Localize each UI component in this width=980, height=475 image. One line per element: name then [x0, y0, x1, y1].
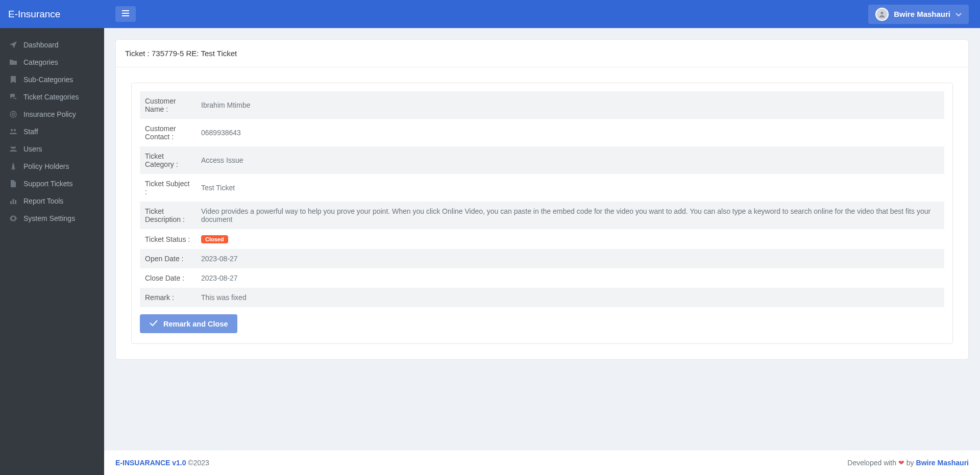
user-menu[interactable]: Bwire Mashauri: [868, 5, 969, 24]
person-icon: [9, 162, 17, 170]
ticket-details-panel: Customer Name :Ibrahim MtimbeCustomer Co…: [131, 83, 953, 344]
sidebar-item-users[interactable]: Users: [0, 140, 104, 158]
svg-point-7: [13, 163, 14, 165]
check-icon: [149, 319, 158, 328]
ticket-table: Customer Name :Ibrahim MtimbeCustomer Co…: [140, 91, 944, 307]
row-value: This was fixed: [196, 288, 944, 307]
table-row: Remark :This was fixed: [140, 288, 944, 307]
row-value: Access Issue: [196, 146, 944, 174]
footer-brand-link[interactable]: E-INSUARANCE v1.0: [115, 459, 186, 467]
sidebar-item-label: Insurance Policy: [23, 110, 76, 118]
table-row: Ticket Category :Access Issue: [140, 146, 944, 174]
chevron-down-icon: [955, 10, 962, 18]
table-row: Ticket Subject :Test Ticket: [140, 174, 944, 202]
brand-logo[interactable]: E-Insurance: [0, 0, 104, 28]
sidebar-toggle-button[interactable]: [115, 6, 136, 22]
table-row: Ticket Status :Closed: [140, 229, 944, 249]
table-row: Close Date :2023-08-27: [140, 268, 944, 288]
sidebar-item-staff[interactable]: Staff: [0, 123, 104, 140]
sidebar-item-label: Staff: [23, 128, 38, 136]
row-value: 2023-08-27: [196, 249, 944, 268]
sidebar-item-categories[interactable]: Categories: [0, 54, 104, 71]
row-label: Ticket Status :: [140, 229, 196, 249]
bookmark-icon: [9, 76, 17, 84]
sidebar-item-label: Dashboard: [23, 41, 59, 49]
hamburger-icon: [121, 10, 130, 18]
footer: E-INSUARANCE v1.0 ©2023 Developed with ❤…: [104, 451, 980, 475]
svg-point-1: [12, 113, 15, 116]
row-label: Ticket Subject :: [140, 174, 196, 202]
sidebar: E-Insurance Dashboard Categories Sub-Cat…: [0, 0, 104, 475]
brand-text: E-Insurance: [8, 9, 60, 20]
sidebar-item-label: Ticket Categories: [23, 93, 79, 101]
folder-icon: [9, 58, 17, 66]
sidebar-item-label: System Settings: [23, 214, 75, 222]
row-value: Closed: [196, 229, 944, 249]
row-label: Customer Name :: [140, 91, 196, 119]
svg-rect-10: [15, 200, 16, 204]
sidebar-item-label: Report Tools: [23, 197, 63, 205]
footer-left: E-INSUARANCE v1.0 ©2023: [115, 459, 209, 467]
sidebar-item-sub-categories[interactable]: Sub-Categories: [0, 71, 104, 88]
svg-point-3: [14, 129, 16, 131]
row-value: 0689938643: [196, 119, 944, 146]
user-group-icon: [9, 128, 17, 136]
heart-icon: ❤: [898, 459, 904, 467]
chart-bar-icon: [9, 197, 17, 205]
sidebar-nav: Dashboard Categories Sub-Categories Tick…: [0, 28, 104, 475]
table-row: Ticket Description :Video provides a pow…: [140, 202, 944, 229]
page-title: Ticket : 735779-5 RE: Test Ticket: [116, 40, 968, 67]
table-row: Customer Name :Ibrahim Mtimbe: [140, 91, 944, 119]
sidebar-item-label: Policy Holders: [23, 162, 69, 170]
row-label: Remark :: [140, 288, 196, 307]
row-label: Ticket Description :: [140, 202, 196, 229]
row-value: Ibrahim Mtimbe: [196, 91, 944, 119]
svg-point-6: [12, 147, 14, 149]
row-label: Customer Contact :: [140, 119, 196, 146]
table-row: Customer Contact :0689938643: [140, 119, 944, 146]
remark-and-close-button[interactable]: Remark and Close: [140, 314, 237, 333]
footer-right: Developed with ❤ by Bwire Mashauri: [847, 459, 969, 467]
gear-icon: [9, 214, 17, 222]
file-icon: [9, 180, 17, 188]
sidebar-item-dashboard[interactable]: Dashboard: [0, 36, 104, 54]
row-value: Test Ticket: [196, 174, 944, 202]
svg-rect-8: [10, 201, 12, 204]
topbar: Bwire Mashauri: [104, 0, 980, 28]
users-icon: [9, 145, 17, 153]
row-value: 2023-08-27: [196, 268, 944, 288]
footer-author-link[interactable]: Bwire Mashauri: [916, 459, 969, 467]
svg-point-14: [881, 11, 884, 14]
sidebar-item-policy-holders[interactable]: Policy Holders: [0, 158, 104, 175]
sidebar-item-label: Sub-Categories: [23, 76, 73, 84]
row-value: Video provides a powerful way to help yo…: [196, 202, 944, 229]
row-label: Close Date :: [140, 268, 196, 288]
action-button-label: Remark and Close: [163, 320, 228, 328]
sidebar-item-label: Support Tickets: [23, 180, 73, 188]
comments-icon: [9, 93, 17, 101]
sidebar-item-ticket-categories[interactable]: Ticket Categories: [0, 88, 104, 106]
location-arrow-icon: [9, 41, 17, 49]
shield-icon: [9, 110, 17, 118]
user-name: Bwire Mashauri: [894, 10, 950, 18]
ticket-card: Ticket : 735779-5 RE: Test Ticket Custom…: [115, 39, 969, 360]
svg-rect-9: [13, 199, 14, 204]
sidebar-item-support-tickets[interactable]: Support Tickets: [0, 175, 104, 192]
status-badge: Closed: [201, 235, 228, 243]
sidebar-item-insurance-policy[interactable]: Insurance Policy: [0, 106, 104, 123]
table-row: Open Date :2023-08-27: [140, 249, 944, 268]
avatar: [875, 8, 889, 21]
sidebar-item-label: Users: [23, 145, 42, 153]
row-label: Ticket Category :: [140, 146, 196, 174]
row-label: Open Date :: [140, 249, 196, 268]
sidebar-item-system-settings[interactable]: System Settings: [0, 210, 104, 227]
sidebar-item-label: Categories: [23, 58, 58, 66]
svg-point-0: [10, 111, 16, 117]
sidebar-item-report-tools[interactable]: Report Tools: [0, 192, 104, 210]
svg-point-2: [11, 129, 13, 131]
